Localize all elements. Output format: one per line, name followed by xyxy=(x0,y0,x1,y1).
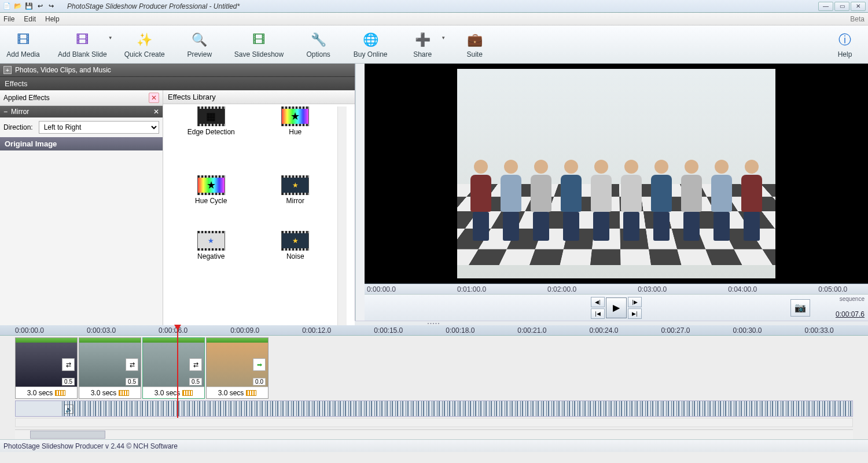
effect-negative[interactable]: ★Negative xyxy=(169,218,253,273)
transition-icon[interactable]: ⇄ xyxy=(62,358,75,371)
add-blank-label: Add Blank Slide xyxy=(58,50,107,58)
effect-label: Edge Detection xyxy=(187,128,235,136)
window-controls: — ▭ ✕ xyxy=(817,2,866,11)
applied-effect-row[interactable]: − Mirror ✕ xyxy=(0,106,163,117)
snapshot-button[interactable]: 📷 xyxy=(790,299,810,317)
qat-new-icon[interactable]: 📄 xyxy=(2,2,12,11)
direction-select[interactable]: Left to Right xyxy=(39,121,159,134)
expand-icon: + xyxy=(3,66,12,74)
library-scrollbar[interactable] xyxy=(337,106,347,329)
preview-ruler[interactable]: 0:00:00.0 0:01:00.0 0:02:00.0 0:03:00.0 … xyxy=(365,284,868,294)
suite-button[interactable]: 💼Suite xyxy=(457,31,492,58)
scrollbar-thumb[interactable] xyxy=(30,431,105,439)
suite-icon: 💼 xyxy=(465,31,484,49)
qat-save-icon[interactable]: 💾 xyxy=(24,2,34,11)
clip-duration: 3.0 secs xyxy=(27,389,53,397)
narration-track[interactable] xyxy=(15,418,853,427)
ruler-tick: 0:03:00.0 xyxy=(638,285,667,293)
remove-effect-icon[interactable]: ✕ xyxy=(153,108,159,116)
quick-create-button[interactable]: ✨Quick Create xyxy=(124,31,165,58)
chevron-down-icon[interactable]: ▼ xyxy=(441,35,446,41)
qat-redo-icon[interactable]: ↪ xyxy=(46,2,56,11)
tl-tick: 0:00:06.0 xyxy=(159,326,187,335)
tl-tick: 0:00:18.0 xyxy=(446,326,475,335)
preview-viewport xyxy=(365,64,868,284)
effect-label: Hue xyxy=(289,128,301,136)
applied-effect-name: Mirror xyxy=(11,108,29,116)
tl-tick: 0:00:33.0 xyxy=(805,326,834,335)
effects-library-grid: ▦Edge Detection ★Hue ★Hue Cycle ★Mirror … xyxy=(163,104,355,331)
help-button[interactable]: ⓘHelp xyxy=(827,31,862,58)
transition-duration: 0.5 xyxy=(189,378,202,385)
effect-hue-cycle[interactable]: ★Hue Cycle xyxy=(169,162,253,218)
close-button[interactable]: ✕ xyxy=(851,2,866,11)
add-media-label: Add Media xyxy=(6,50,39,58)
add-media-button[interactable]: 🎞Add Media xyxy=(6,31,41,58)
save-slideshow-button[interactable]: 🎞Save Slideshow xyxy=(234,31,284,58)
help-icon: ⓘ xyxy=(836,31,854,49)
play-button[interactable]: ▶ xyxy=(606,297,627,318)
next-frame-button[interactable]: |▶ xyxy=(628,297,642,307)
timeline-clip[interactable]: ➡0.03.0 secs xyxy=(206,337,269,399)
delete-effect-button[interactable]: ✕ xyxy=(149,93,159,103)
globe-icon: 🌐 xyxy=(361,31,380,49)
effect-mirror[interactable]: ★Mirror xyxy=(253,162,338,218)
buy-online-button[interactable]: 🌐Buy Online xyxy=(353,31,388,58)
video-track: ⇄0.53.0 secs ⇄0.53.0 secs ⇄0.53.0 secs ➡… xyxy=(0,336,868,399)
transport-right-group: |▶ ▶| xyxy=(628,297,642,319)
share-button[interactable]: ➕Share▼ xyxy=(405,31,440,58)
timeline-clip[interactable]: ⇄0.53.0 secs xyxy=(15,337,78,399)
go-end-button[interactable]: ▶| xyxy=(628,308,642,319)
ruler-tick: 0:02:00.0 xyxy=(547,285,576,293)
timeline-clip-selected[interactable]: ⇄0.53.0 secs xyxy=(142,337,205,399)
original-image-row[interactable]: Original Image xyxy=(0,137,163,150)
clip-handle-icon[interactable] xyxy=(182,390,193,396)
share-label: Share xyxy=(413,50,432,58)
timeline-scrollbar[interactable] xyxy=(15,429,853,439)
preview-image xyxy=(457,69,775,278)
main-body: +Photos, Video Clips, and Music Effects … xyxy=(0,64,868,321)
transition-icon[interactable]: ⇄ xyxy=(126,358,138,371)
clip-handle-icon[interactable] xyxy=(246,390,256,396)
transition-end-icon[interactable]: ➡ xyxy=(253,358,266,371)
transition-duration: 0.5 xyxy=(62,378,75,385)
left-panel: +Photos, Video Clips, and Music Effects … xyxy=(0,64,355,321)
ruler-tick: 0:01:00.0 xyxy=(457,285,486,293)
effects-panel-header[interactable]: Effects xyxy=(0,77,355,90)
clip-handle-icon[interactable] xyxy=(55,390,65,396)
left-scrollbar[interactable] xyxy=(355,64,365,321)
qat-open-icon[interactable]: 📂 xyxy=(13,2,23,11)
clip-handle-icon[interactable] xyxy=(119,390,129,396)
clip-duration: 3.0 secs xyxy=(155,389,181,397)
options-button[interactable]: 🔧Options xyxy=(301,31,336,58)
quick-create-label: Quick Create xyxy=(124,50,165,58)
audio-track[interactable]: 🔊 xyxy=(15,400,853,417)
tl-tick: 0:00:12.0 xyxy=(302,326,331,335)
minimize-button[interactable]: — xyxy=(818,2,833,11)
menu-file[interactable]: File xyxy=(3,15,14,23)
current-time[interactable]: 0:00:07.6 xyxy=(836,310,865,318)
share-icon: ➕ xyxy=(413,31,432,49)
add-blank-slide-button[interactable]: 🎞Add Blank Slide▼ xyxy=(58,31,107,58)
go-start-button[interactable]: |◀ xyxy=(591,308,605,319)
transition-duration: 0.5 xyxy=(126,378,138,385)
timeline-ruler[interactable]: 0:00:00.0 0:00:03.0 0:00:06.0 0:00:09.0 … xyxy=(0,325,868,336)
qat-undo-icon[interactable]: ↩ xyxy=(35,2,45,11)
applied-effects-pane: Applied Effects ✕ − Mirror ✕ Direction: … xyxy=(0,90,163,331)
prev-frame-button[interactable]: ◀| xyxy=(591,297,605,307)
preview-button[interactable]: 🔍Preview xyxy=(182,31,217,58)
menu-edit[interactable]: Edit xyxy=(24,15,36,23)
effect-edge-detection[interactable]: ▦Edge Detection xyxy=(169,106,253,162)
effect-noise[interactable]: ★Noise xyxy=(253,218,338,273)
photos-panel-header[interactable]: +Photos, Video Clips, and Music xyxy=(0,64,355,77)
playhead[interactable] xyxy=(177,325,178,418)
chevron-down-icon[interactable]: ▼ xyxy=(108,35,113,41)
clip-duration: 3.0 secs xyxy=(91,389,117,397)
timeline-clip[interactable]: ⇄0.53.0 secs xyxy=(79,337,141,399)
tl-tick: 0:00:30.0 xyxy=(733,326,762,335)
menu-help[interactable]: Help xyxy=(45,15,60,23)
effects-body: Applied Effects ✕ − Mirror ✕ Direction: … xyxy=(0,90,355,331)
transition-icon[interactable]: ⇄ xyxy=(189,358,202,371)
maximize-button[interactable]: ▭ xyxy=(834,2,849,11)
effect-hue[interactable]: ★Hue xyxy=(253,106,338,162)
